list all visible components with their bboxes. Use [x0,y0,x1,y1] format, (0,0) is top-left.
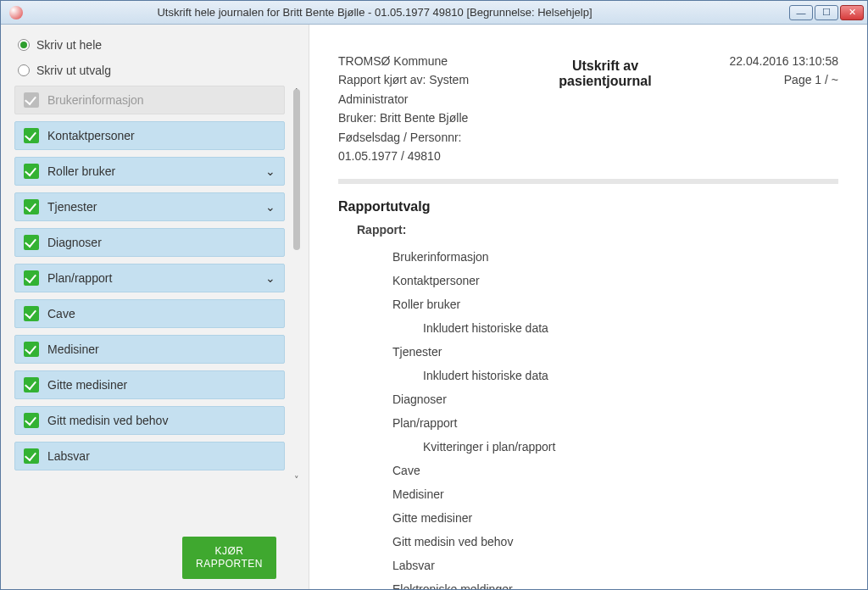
scroll-thumb[interactable] [293,89,300,250]
toc-labsvar: Labsvar [392,554,838,577]
run-report-button[interactable]: KJØR RAPPORTEN [182,537,276,579]
radio-icon [18,39,30,51]
item-label: Kontaktpersoner [47,129,135,142]
section-subtitle: Rapport: [357,223,838,237]
section-checklist: Brukerinformasjon Kontaktpersoner Roller… [14,86,302,470]
checkbox-icon [24,164,39,179]
chevron-down-icon: ⌄ [265,164,275,178]
chevron-down-icon: ⌄ [265,271,275,285]
item-gitt-medisin-ved-behov[interactable]: Gitt medisin ved behov [14,406,285,435]
chevron-down-icon: ⌄ [265,200,275,214]
item-gitte-medisiner[interactable]: Gitte medisiner [14,370,285,399]
report-page: Page 1 / ~ [694,70,838,89]
item-plan-rapport[interactable]: Plan/rapport ⌄ [14,264,285,292]
run-button-line1: KJØR [215,545,244,557]
radio-print-all[interactable]: Skriv ut hele [18,38,302,52]
body: Skriv ut hele Skriv ut utvalg Brukerinfo… [1,25,867,589]
report-timestamp: 22.04.2016 13:10:58 [694,52,838,70]
window: Utskrift hele journalen for Britt Bente … [0,0,868,590]
radio-icon [18,64,30,76]
toc-gitte-medisiner: Gitte medisiner [392,506,838,530]
checkbox-icon [24,270,39,286]
toc-kontaktpersoner: Kontaktpersoner [392,269,838,292]
maximize-button[interactable]: ☐ [815,5,838,20]
report-preview: TROMSØ Kommune Rapport kjørt av: System … [309,25,867,589]
checkbox-icon [24,306,39,321]
item-cave[interactable]: Cave [14,299,285,328]
report-dob: Fødselsdag / Personnr: 01.05.1977 / 4981… [338,128,516,166]
toc-gitt-medisin-ved-behov: Gitt medisin ved behov [392,530,838,554]
checkbox-icon [24,199,39,214]
toc-diagnoser: Diagnoser [392,387,838,411]
item-label: Gitte medisiner [47,378,127,392]
item-label: Diagnoser [47,236,102,249]
report-header: TROMSØ Kommune Rapport kjørt av: System … [338,52,838,165]
toc-tjenester: Tjenester [392,340,838,364]
checklist-scrollbar[interactable]: ˄ ˅ [292,89,302,474]
item-brukerinformasjon[interactable]: Brukerinformasjon [14,86,285,114]
minimize-button[interactable]: — [789,5,813,20]
radio-print-selection-label: Skriv ut utvalg [36,64,111,77]
report-org: TROMSØ Kommune [338,52,516,70]
left-pane: Skriv ut hele Skriv ut utvalg Brukerinfo… [1,25,309,589]
window-controls: — ☐ ✕ [789,5,864,20]
toc-roller-bruker: Roller bruker [392,292,838,316]
report-toc: Brukerinformasjon Kontaktpersoner Roller… [392,245,838,589]
report-user: Bruker: Britt Bente Bjølle [338,109,516,127]
scroll-down-icon: ˅ [292,475,302,486]
toc-cave: Cave [392,459,838,482]
report-header-right: 22.04.2016 13:10:58 Page 1 / ~ [694,52,838,165]
item-label: Gitt medisin ved behov [47,414,168,427]
item-label: Medisiner [47,342,99,356]
scroll-track [292,89,302,411]
item-label: Labsvar [47,449,90,463]
item-label: Brukerinformasjon [47,93,144,107]
report-title: Utskrift av pasientjournal [516,52,694,165]
checkbox-icon [24,413,39,428]
header-divider [338,179,838,184]
report-title-l1: Utskrift av [516,58,694,74]
app-icon [9,6,23,19]
item-label: Cave [47,307,75,320]
checkbox-icon [24,377,39,392]
report-title-l2: pasientjournal [516,74,694,89]
window-title: Utskrift hele journalen for Britt Bente … [28,6,789,19]
item-label: Tjenester [47,200,97,214]
report-run-by: Rapport kjørt av: System Administrator [338,70,516,109]
toc-elektroniske-meldinger: Elektroniske meldinger [392,577,838,589]
run-button-wrap: KJØR RAPPORTEN [14,525,302,579]
report-header-left: TROMSØ Kommune Rapport kjørt av: System … [338,52,516,165]
checkbox-icon [24,128,39,143]
item-label: Plan/rapport [47,271,112,285]
run-button-line2: RAPPORTEN [196,558,263,570]
toc-roller-sub: Inkludert historiske data [423,316,838,340]
toc-brukerinformasjon: Brukerinformasjon [392,245,838,269]
checkbox-icon [24,235,39,250]
item-medisiner[interactable]: Medisiner [14,335,285,364]
radio-print-selection[interactable]: Skriv ut utvalg [18,64,302,77]
item-kontaktpersoner[interactable]: Kontaktpersoner [14,121,285,150]
checkbox-icon [24,92,39,108]
close-button[interactable]: ✕ [840,5,864,20]
item-diagnoser[interactable]: Diagnoser [14,228,285,257]
titlebar: Utskrift hele journalen for Britt Bente … [1,1,867,25]
toc-plan-sub: Kvitteringer i plan/rapport [423,435,838,459]
section-title: Rapportutvalg [338,199,838,214]
checkbox-icon [24,448,39,464]
toc-medisiner: Medisiner [392,482,838,506]
item-tjenester[interactable]: Tjenester ⌄ [14,192,285,221]
item-labsvar[interactable]: Labsvar [14,442,285,470]
item-label: Roller bruker [47,164,115,178]
toc-plan-rapport: Plan/rapport [392,411,838,435]
item-roller-bruker[interactable]: Roller bruker ⌄ [14,157,285,186]
checkbox-icon [24,342,39,357]
radio-print-all-label: Skriv ut hele [36,38,102,52]
toc-tjenester-sub: Inkludert historiske data [423,364,838,387]
